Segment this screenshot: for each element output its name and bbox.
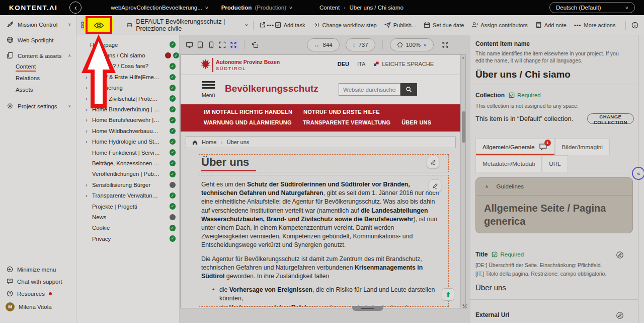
easy-language-link[interactable]: LEICHTE SPRACHE (373, 61, 434, 67)
tab-url[interactable]: URL (542, 155, 568, 172)
tree-item[interactable]: ›Home Berufsfeuerwehr | Cor...✓ (76, 115, 179, 125)
action-set-due-date[interactable]: Set due date (424, 22, 464, 28)
tree-item[interactable]: ›Home Wildbachverbauung | B...✓ (76, 125, 179, 136)
preview-width-control[interactable]: ↔ 844 (307, 38, 340, 51)
change-collection-button[interactable]: CHANGE COLLECTION (587, 113, 634, 124)
sidebar-item-web-spotlight[interactable]: Web Spotlight (0, 34, 76, 46)
tablet-preview-button[interactable] (195, 39, 206, 50)
tab-allgemein-generale[interactable]: Allgemein/Generale1 (475, 139, 555, 155)
chevron-right-icon[interactable]: › (86, 139, 92, 145)
tree-item[interactable]: Über uns / Chi siamo✓ (76, 50, 179, 60)
resize-corner-grip[interactable] (461, 303, 467, 309)
expand-preview-button[interactable] (440, 39, 451, 50)
sidebar-item-content[interactable]: Content (0, 62, 76, 74)
edit-title-button[interactable] (427, 156, 439, 168)
sidebar-item-assets[interactable]: Assets (0, 85, 76, 97)
action-change-workflow-step[interactable]: Change workflow step (312, 22, 376, 28)
sidebar-item-content-assets[interactable]: Content & assets∧ (0, 49, 76, 62)
breadcrumb-content-link[interactable]: Content (319, 5, 340, 11)
scrollbar-up-arrow[interactable]: ▴ (461, 55, 465, 59)
nav-link[interactable]: ÜBER UNS (401, 119, 431, 125)
sidebar-item-project-settings[interactable]: Project settings∨ (0, 100, 76, 112)
lang-ita-link[interactable]: ITA (357, 61, 365, 67)
phone-preview-button[interactable] (206, 39, 217, 50)
sidebar-minimize-menu[interactable]: Minimize menu (0, 264, 76, 276)
info-button[interactable] (631, 20, 639, 30)
lang-deu-link[interactable]: DEU (338, 61, 349, 67)
action-publish[interactable]: Publish... (384, 22, 416, 28)
menu-button[interactable]: Menü (202, 81, 215, 99)
rotate-device-button[interactable] (250, 39, 261, 50)
content-item-name-value[interactable]: Über uns / Chi siamo (475, 69, 631, 80)
tree-item[interactable]: Projekte | Progetti✓ (76, 201, 179, 212)
action-assign-contributors[interactable]: Assign contributors (471, 22, 528, 28)
tree-item[interactable]: Home Funkdienst | Servizio ra...✓ (76, 147, 179, 158)
expand-sidebar-button[interactable]: « (632, 167, 644, 180)
published-check-icon: ✓ (170, 63, 176, 70)
back-button[interactable]: ‹ (69, 2, 82, 14)
tree-item[interactable]: ›Alarmierung✓ (76, 83, 179, 93)
chevron-right-icon[interactable]: › (86, 117, 92, 123)
tree-item[interactable]: ›Home Zivilschutz| Protezione ...✓ (76, 93, 179, 104)
tree-item[interactable]: Veröffentlichungen | Pubblica...✓ (76, 169, 179, 179)
chevron-right-icon[interactable]: › (86, 85, 92, 91)
breadcrumb-home-link[interactable]: Home (202, 139, 216, 145)
title-field-value[interactable]: Über uns (475, 283, 631, 292)
fit-screen-button[interactable] (228, 39, 239, 50)
project-switcher[interactable]: webAprovCollectionBevoelkerung... ∨ (111, 5, 208, 11)
preview-height-control[interactable]: ↕ 737 (346, 38, 375, 51)
tab-label: Allgemein/Generale (482, 144, 535, 151)
tree-item[interactable]: ›Home Hydrologie und Stauanl...✓ (76, 137, 179, 147)
sidebar-item-mission-control[interactable]: Mission Control∨ (0, 18, 76, 31)
nav-link[interactable]: IM NOTFALL RICHTIG HANDELN (204, 109, 292, 115)
content-type-selector[interactable]: DEFAULT Bevölkerungsschutz | Protezione … (127, 18, 248, 32)
language-selector[interactable]: Deutsch (Default) ∨ (549, 2, 635, 13)
tab-metadaten-metadati[interactable]: Metadaten/Metadati (475, 155, 542, 172)
content-type-label: DEFAULT Bevölkerungsschutz | Protezione … (136, 18, 242, 32)
tree-item[interactable]: Beiträge, Konzessionen und ...✓ (76, 158, 179, 168)
sidebar-item-relations[interactable]: Relations (0, 74, 76, 85)
tree-item[interactable]: Privacy✓ (76, 233, 179, 244)
tree-item[interactable]: Cookie✓ (76, 223, 179, 233)
nav-link[interactable]: NOTRUF UND ERSTE HILFE (303, 109, 380, 115)
action-more-actions[interactable]: •••More actions (574, 22, 616, 28)
sidebar-resources[interactable]: Resources (0, 288, 76, 300)
tree-item[interactable]: News (76, 212, 179, 222)
site-search-input[interactable] (339, 83, 400, 96)
tree-item[interactable]: ›Transparente Verwaltung | A...✓ (76, 190, 179, 201)
tree-item[interactable]: Homepage✓ (76, 39, 179, 50)
chevron-right-icon[interactable]: › (86, 106, 92, 112)
chevron-right-icon[interactable]: › (86, 192, 92, 199)
chevron-right-icon[interactable]: › (86, 182, 92, 188)
action-add-note[interactable]: Add note (535, 22, 567, 28)
user-menu[interactable]: MMilena Vitola (0, 300, 76, 314)
chevron-right-icon[interactable]: › (86, 74, 92, 80)
desktop-preview-button[interactable] (184, 39, 195, 50)
tree-item-status: ✓ (162, 160, 179, 167)
nav-link[interactable]: WARNUNG UND ALARMIERUNG (204, 119, 292, 125)
tree-item[interactable]: ›Notruf & Erste Hilfe|Emergenz...✓ (76, 72, 179, 82)
scrollbar-thumb[interactable] (462, 111, 465, 143)
action-add-task[interactable]: Add task (275, 22, 305, 28)
chevron-right-icon[interactable]: › (86, 128, 92, 134)
webpage-scrollbar[interactable]: ▴ ▾ (460, 55, 465, 308)
editable-richtext-block[interactable]: Geht es um den Schutz der Südtirolerinne… (199, 175, 449, 307)
scroll-to-top-button[interactable] (442, 288, 454, 301)
more-toolbar-options-button[interactable]: ••• (267, 20, 275, 30)
open-preview-link-button[interactable] (259, 20, 267, 30)
chevron-right-icon[interactable]: › (86, 96, 92, 102)
editable-title-block[interactable]: Über uns (199, 154, 449, 172)
preview-drag-handle[interactable] (352, 306, 383, 311)
zoom-selector[interactable]: 100% ∨ (390, 38, 434, 51)
nav-link[interactable]: TRANSPARENTE VERWALTUNG (303, 119, 391, 125)
site-search-button[interactable] (400, 83, 417, 96)
guidelines-header[interactable]: ∧ Guidelines (476, 178, 632, 196)
sidebar-chat-with-support[interactable]: Chat with support (0, 276, 76, 288)
responsive-frame-button[interactable] (217, 39, 228, 50)
environment-switcher[interactable]: Production (Production) ∨ (221, 5, 292, 11)
tree-item[interactable]: Was tun? / Cosa fare?✓ (76, 61, 179, 72)
edit-richtext-button[interactable] (429, 179, 441, 192)
tab-bilder-immagini[interactable]: Bilder/Immagini (555, 139, 610, 155)
tree-item[interactable]: ›Home Brandverhütung | Prev...✓ (76, 104, 179, 114)
tree-item[interactable]: ›Sensibilisierung Bürger (76, 179, 179, 190)
